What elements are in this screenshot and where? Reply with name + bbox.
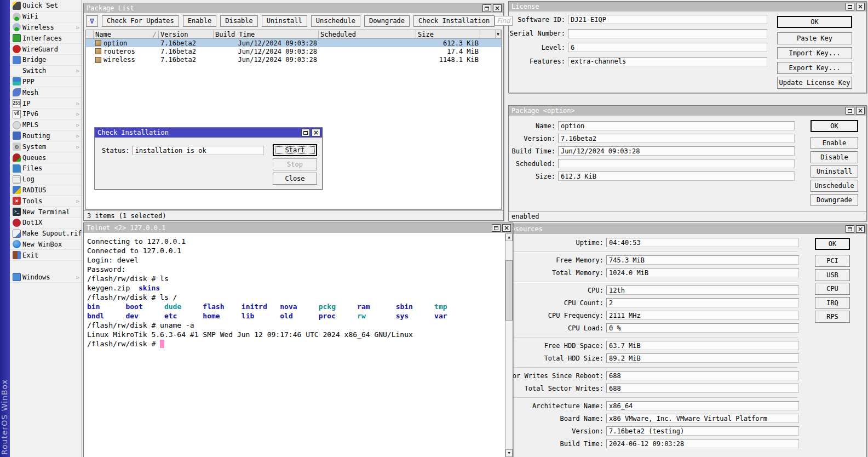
status-field[interactable]: installation is ok	[133, 146, 264, 155]
field-version[interactable]: 7.16beta2	[558, 134, 795, 143]
sidebar-item-mesh[interactable]: Mesh	[10, 87, 82, 98]
table-row-wireless[interactable]: wireless7.16beta2Jun/12/2024 09:03:28114…	[86, 56, 501, 64]
sidebar-item-bridge[interactable]: Bridge	[10, 55, 82, 66]
sidebar-item-mpls[interactable]: MPLS▷	[10, 120, 82, 131]
field-version[interactable]: 7.16beta2 (testing)	[606, 426, 799, 436]
pci-button[interactable]: PCI	[815, 255, 850, 267]
paste-key-button[interactable]: Paste Key	[777, 32, 852, 44]
sidebar-item-wireguard[interactable]: WireGuard	[10, 44, 82, 55]
start-button[interactable]: Start	[273, 144, 317, 156]
close-icon[interactable]: ×	[856, 225, 865, 233]
terminal-output[interactable]: Connecting to 127.0.0.1Connected to 127.…	[84, 233, 505, 457]
field-cpu-frequency[interactable]: 2111 MHz	[606, 311, 799, 320]
column-header-build-time[interactable]: Build Time	[214, 30, 319, 38]
column-header-icon[interactable]	[86, 30, 94, 38]
field-build-time[interactable]: Jun/12/2024 09:03:28	[558, 146, 795, 156]
irq-button[interactable]: IRQ	[815, 297, 850, 309]
field-total-hdd-size[interactable]: 89.2 MiB	[606, 353, 799, 363]
sidebar-item-ipv6[interactable]: v6IPv6▷	[10, 109, 82, 120]
telnet-titlebar[interactable]: Telnet <2> 127.0.0.1 ×	[84, 223, 513, 233]
sidebar-item-wifi[interactable]: WiFi	[10, 12, 82, 22]
ok-button[interactable]: OK	[777, 16, 852, 28]
field-sector-writes-since-reboot[interactable]: 688	[606, 371, 799, 380]
scroll-up-icon[interactable]: ▲	[505, 233, 513, 241]
column-header-size[interactable]: Size	[416, 30, 480, 38]
maximize-icon[interactable]	[846, 107, 854, 115]
sidebar-item-radius[interactable]: RADIUS	[10, 185, 82, 196]
close-icon[interactable]: ×	[856, 107, 865, 115]
sidebar-item-new-terminal[interactable]: >_New Terminal	[10, 207, 82, 218]
sidebar-item-ppp[interactable]: PPP	[10, 77, 82, 88]
enable-button[interactable]: Enable	[810, 137, 858, 149]
sidebar-item-switch[interactable]: Switch▷	[10, 66, 82, 77]
sidebar-item-dot1x[interactable]: Dot1X	[10, 218, 82, 229]
maximize-icon[interactable]	[301, 129, 310, 136]
disable-button[interactable]: Disable	[220, 15, 258, 27]
field-cpu-count[interactable]: 2	[606, 298, 799, 307]
sidebar-item-tools[interactable]: ×Tools▷	[10, 196, 82, 207]
usb-button[interactable]: USB	[815, 269, 850, 281]
sidebar-item-wireless[interactable]: Wireless▷	[10, 22, 82, 33]
sidebar-item-interfaces[interactable]: Interfaces	[10, 33, 82, 44]
close-icon[interactable]: ×	[312, 129, 320, 136]
sidebar-item-routing[interactable]: Routing▷	[10, 131, 82, 142]
field-architecture-name[interactable]: x86_64	[606, 401, 799, 410]
field-software-id[interactable]: DJ21-EIQP	[568, 15, 767, 24]
field-total-sector-writes[interactable]: 688	[606, 384, 799, 393]
uninstall-button[interactable]: Uninstall	[810, 165, 858, 178]
update-license-key-button[interactable]: Update License Key	[777, 77, 852, 89]
field-level[interactable]: 6	[568, 43, 767, 52]
table-row-routeros[interactable]: routeros7.16beta2Jun/12/2024 09:03:2817.…	[86, 47, 501, 55]
column-header-scheduled[interactable]: Scheduled	[319, 30, 416, 38]
check-installation-button[interactable]: Check Installation	[413, 15, 495, 27]
close-button[interactable]: Close	[273, 173, 317, 185]
stop-button[interactable]: Stop	[273, 158, 317, 170]
close-icon[interactable]: ×	[856, 3, 865, 10]
column-header-name[interactable]: Name/	[94, 30, 159, 38]
column-header-extra[interactable]	[480, 30, 496, 38]
terminal-scrollbar[interactable]: ▲ ▼	[505, 233, 513, 457]
maximize-icon[interactable]	[846, 3, 854, 10]
field-build-time[interactable]: 2024-06-12 09:03:28	[606, 439, 799, 448]
sidebar-item-queues[interactable]: Queues	[10, 152, 82, 163]
enable-button[interactable]: Enable	[183, 15, 216, 27]
find-input[interactable]: Find	[495, 16, 513, 26]
field-cpu-load[interactable]: 0 %	[606, 323, 799, 333]
cpu-button[interactable]: CPU	[815, 283, 850, 295]
scroll-down-icon[interactable]: ▼	[505, 449, 513, 457]
disable-button[interactable]: Disable	[810, 151, 858, 163]
package-list-titlebar[interactable]: Package List ×	[84, 3, 503, 13]
field-cpu[interactable]: 12th	[606, 285, 799, 295]
field-free-hdd-space[interactable]: 63.7 MiB	[606, 341, 799, 350]
field-free-memory[interactable]: 745.3 MiB	[606, 255, 799, 265]
maximize-icon[interactable]	[492, 224, 501, 232]
check-for-updates-button[interactable]: Check For Updates	[102, 15, 179, 27]
ok-button[interactable]: OK	[815, 238, 850, 250]
field-features[interactable]: extra-channels	[568, 57, 767, 66]
rps-button[interactable]: RPS	[815, 311, 850, 323]
field-uptime[interactable]: 04:40:53	[606, 238, 799, 247]
sidebar-item-ip[interactable]: 255IP▷	[10, 98, 82, 109]
unschedule-button[interactable]: Unschedule	[311, 15, 360, 27]
sidebar-item-exit[interactable]: Exit	[10, 250, 82, 261]
sidebar-item-new-winbox[interactable]: New WinBox	[10, 239, 82, 250]
ok-button[interactable]: OK	[810, 120, 858, 132]
sidebar-item-system[interactable]: ⚙System▷	[10, 141, 82, 152]
unschedule-button[interactable]: Unschedule	[810, 180, 858, 192]
filter-button[interactable]: ∇	[86, 15, 98, 27]
uninstall-button[interactable]: Uninstall	[262, 15, 307, 27]
sidebar-item-windows[interactable]: Windows▷	[10, 272, 82, 283]
field-size[interactable]: 612.3 KiB	[558, 172, 795, 181]
import-key-button[interactable]: Import Key...	[777, 47, 852, 59]
package-option-titlebar[interactable]: Package <option> ×	[509, 106, 866, 116]
column-header-version[interactable]: Version	[159, 30, 214, 38]
sidebar-item-make-supout-rif[interactable]: Make Supout.rif	[10, 229, 82, 239]
field-scheduled[interactable]	[558, 159, 795, 168]
downgrade-button[interactable]: Downgrade	[364, 15, 410, 27]
export-key-button[interactable]: Export Key...	[777, 62, 852, 74]
close-icon[interactable]: ×	[493, 4, 502, 12]
maximize-icon[interactable]	[846, 225, 854, 233]
table-row-option[interactable]: option7.16beta2Jun/12/2024 09:03:28612.3…	[86, 39, 501, 47]
column-menu-icon[interactable]: ▼	[496, 30, 501, 38]
downgrade-button[interactable]: Downgrade	[810, 194, 858, 206]
